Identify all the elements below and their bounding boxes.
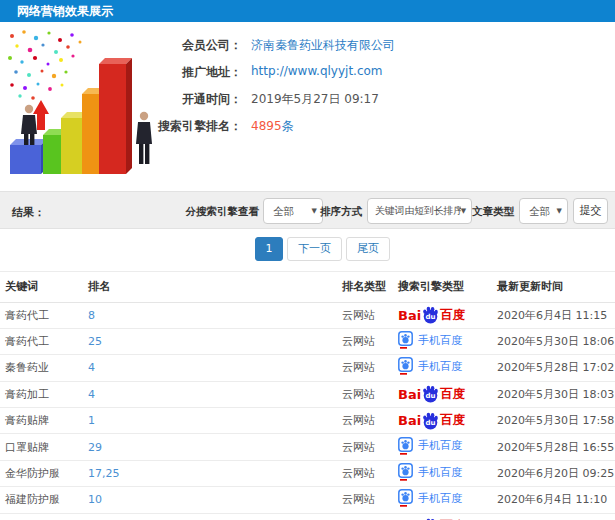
- chevron-down-icon: ▼: [461, 199, 466, 224]
- engine-filter-select[interactable]: 全部▼: [263, 198, 323, 224]
- rank-cell: 4: [88, 355, 342, 381]
- result-label: 结果：: [12, 205, 45, 220]
- engine-cell: 手机百度: [398, 328, 497, 354]
- mobile-baidu-icon: [398, 437, 413, 455]
- mobile-baidu-icon: [398, 463, 413, 481]
- rank-link[interactable]: 1: [88, 414, 95, 427]
- mobile-baidu-logo: 手机百度: [398, 489, 462, 507]
- engine-cell: 手机百度: [398, 355, 497, 381]
- rank-type-cell: 云网站: [342, 381, 398, 407]
- mobile-baidu-icon: [398, 357, 413, 375]
- updated-cell: 2020年5月30日 18:06: [497, 328, 615, 354]
- keyword-cell: 口罩贴牌: [0, 434, 88, 460]
- rank-link[interactable]: 8: [88, 309, 95, 322]
- table-row: 膏药贴牌1云网站Baidu百度2020年5月30日 17:58: [0, 408, 615, 434]
- table-row: 膏药代工8云网站Baidu百度2020年6月4日 11:15: [0, 302, 615, 328]
- col-engine-type: 搜索引擎类型: [398, 272, 497, 303]
- keyword-cell: 膏药代工: [0, 328, 88, 354]
- table-row-partial: Baidu百度: [0, 513, 615, 520]
- keyword-cell: 秦鲁药业: [0, 355, 88, 381]
- baidu-paw-icon: du: [422, 306, 439, 324]
- col-keyword: 关键词: [0, 272, 88, 303]
- keyword-rank-table: 关键词 排名 排名类型 搜索引擎类型 最新更新时间 膏药代工8云网站Baidu百…: [0, 271, 615, 520]
- member-company-value[interactable]: 济南秦鲁药业科技有限公司: [251, 37, 395, 54]
- submit-button[interactable]: 提交: [573, 198, 608, 224]
- table-row: 膏药加工4云网站Baidu百度2020年5月30日 18:03: [0, 381, 615, 407]
- title-bar: 网络营销效果展示: [0, 0, 615, 22]
- table-row: 金华防护服17,25云网站手机百度2020年6月20日 09:25: [0, 460, 615, 486]
- mobile-baidu-logo: 手机百度: [398, 357, 462, 375]
- promo-url-value[interactable]: http://www.qlyyjt.com: [251, 64, 383, 78]
- sort-filter-select[interactable]: 关键词由短到长排序▼: [367, 198, 472, 224]
- updated-cell: 2020年6月4日 11:10: [497, 487, 615, 513]
- rank-type-cell: 云网站: [342, 302, 398, 328]
- page-1-button[interactable]: 1: [255, 237, 283, 261]
- engine-filter-label: 分搜索引擎查看: [186, 205, 260, 219]
- engine-cell: 手机百度: [398, 487, 497, 513]
- rank-cell: 1: [88, 408, 342, 434]
- member-company-label: 会员公司：: [0, 37, 242, 54]
- updated-cell: 2020年5月28日 17:02: [497, 355, 615, 381]
- rank-cell: 25: [88, 328, 342, 354]
- baidu-logo: Baidu百度: [398, 306, 465, 324]
- engine-cell: 手机百度: [398, 434, 497, 460]
- updated-cell: 2020年5月30日 18:03: [497, 381, 615, 407]
- baidu-logo: Baidu百度: [398, 385, 465, 403]
- updated-cell: 2020年5月30日 17:58: [497, 408, 615, 434]
- mobile-baidu-logo: 手机百度: [398, 437, 462, 455]
- open-time-value: 2019年5月27日 09:17: [251, 91, 379, 108]
- sort-filter-label: 排序方式: [320, 205, 362, 219]
- rank-link[interactable]: 4: [88, 361, 95, 374]
- rank-link[interactable]: 17,25: [88, 467, 120, 480]
- updated-cell: 2020年6月20日 09:25: [497, 460, 615, 486]
- mobile-baidu-icon: [398, 331, 413, 349]
- rank-link[interactable]: 25: [88, 335, 102, 348]
- rank-type-cell: 云网站: [342, 328, 398, 354]
- rank-type-cell: 云网站: [342, 355, 398, 381]
- updated-cell: 2020年6月4日 11:15: [497, 302, 615, 328]
- rank-type-cell: 云网站: [342, 434, 398, 460]
- keyword-cell: 膏药加工: [0, 381, 88, 407]
- svg-text:du: du: [426, 314, 436, 322]
- mobile-baidu-icon: [398, 489, 413, 507]
- rank-link[interactable]: 4: [88, 388, 95, 401]
- engine-rank-label: 搜索引擎排名：: [0, 118, 242, 135]
- mobile-baidu-logo: 手机百度: [398, 331, 462, 349]
- engine-rank-value: 4895条: [251, 118, 294, 135]
- engine-cell: Baidu百度: [398, 381, 497, 407]
- col-updated: 最新更新时间: [497, 272, 615, 303]
- baidu-paw-icon: du: [422, 385, 439, 403]
- engine-cell: Baidu百度: [398, 408, 497, 434]
- article-filter-select[interactable]: 全部▼: [519, 198, 568, 224]
- keyword-cell: 膏药代工: [0, 302, 88, 328]
- keyword-cell: 金华防护服: [0, 460, 88, 486]
- filter-bar: 结果： 分搜索引擎查看 全部▼ 排序方式 关键词由短到长排序▼ 文章类型 全部▼…: [0, 191, 615, 229]
- bar-blue: [10, 139, 47, 174]
- rank-type-cell: 云网站: [342, 408, 398, 434]
- chevron-down-icon: ▼: [557, 199, 562, 224]
- baidu-logo: Baidu百度: [398, 412, 465, 430]
- engine-cell: Baidu百度: [398, 513, 497, 520]
- rank-cell: 29: [88, 434, 342, 460]
- last-page-button[interactable]: 尾页: [346, 237, 390, 261]
- rank-cell: 10: [88, 487, 342, 513]
- table-row: 秦鲁药业4云网站手机百度2020年5月28日 17:02: [0, 355, 615, 381]
- rank-cell: 17,25: [88, 460, 342, 486]
- rank-link[interactable]: 29: [88, 441, 102, 454]
- table-row: 膏药代工25云网站手机百度2020年5月30日 18:06: [0, 328, 615, 354]
- baidu-paw-icon: du: [422, 412, 439, 430]
- table-row: 口罩贴牌29云网站手机百度2020年5月28日 16:55: [0, 434, 615, 460]
- next-page-button[interactable]: 下一页: [287, 237, 342, 261]
- svg-text:du: du: [426, 419, 436, 427]
- open-time-label: 开通时间：: [0, 91, 242, 108]
- rank-link[interactable]: 10: [88, 493, 102, 506]
- page-title: 网络营销效果展示: [17, 0, 113, 22]
- col-rank: 排名: [88, 272, 342, 303]
- rank-type-cell: 云网站: [342, 487, 398, 513]
- pagination: 1 下一页 尾页: [255, 237, 390, 261]
- table-header-row: 关键词 排名 排名类型 搜索引擎类型 最新更新时间: [0, 272, 615, 303]
- keyword-cell: 膏药贴牌: [0, 408, 88, 434]
- keyword-cell: 福建防护服: [0, 487, 88, 513]
- col-rank-type: 排名类型: [342, 272, 398, 303]
- rank-cell: 4: [88, 381, 342, 407]
